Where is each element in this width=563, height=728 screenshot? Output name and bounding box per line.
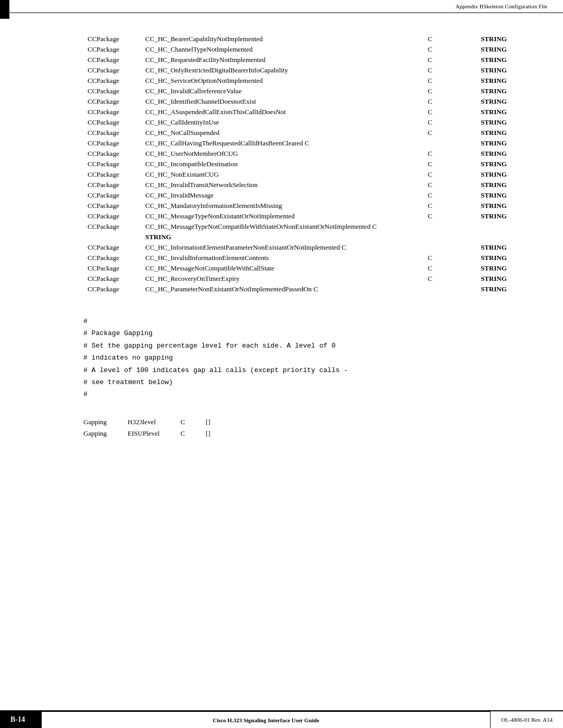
name-cell: CC_HC_MandatoryInformationElementIsMissi… — [141, 201, 419, 211]
name-cell: CC_HC_ParameterNonExistantOrNotImplement… — [141, 284, 442, 294]
gapping-table: GappingH323levelC[]GappingEISUPlevelC[] — [83, 416, 226, 439]
gapping-type-cell: [] — [206, 428, 226, 439]
type-cell: STRING — [442, 169, 511, 180]
c-cell: C — [419, 201, 442, 211]
table-row: CCPackageCC_HC_RequestedFacilityNotImple… — [83, 55, 511, 65]
name-cell: CC_HC_BearerCapabilityNotImplemented — [141, 34, 419, 44]
c-cell: C — [419, 190, 442, 201]
type-cell: STRING — [442, 107, 511, 117]
c-cell: C — [419, 274, 442, 284]
gapping-type-cell: [] — [206, 416, 226, 428]
table-row: CCPackageCC_HC_ASuspendedCallExistsThisC… — [83, 107, 511, 117]
table-row: CCPackageCC_HC_ServiceOrOptionNotImpleme… — [83, 76, 511, 86]
pkg-cell: CCPackage — [83, 274, 141, 284]
c-cell: C — [419, 263, 442, 274]
header-bar: Appendix B Skeleton Configuration File — [0, 0, 563, 13]
pkg-cell: CCPackage — [83, 96, 141, 107]
c-cell: C — [419, 180, 442, 190]
type-cell: STRING — [442, 201, 511, 211]
type-cell: STRING — [442, 211, 511, 221]
header-appendix: Appendix B — [456, 3, 483, 9]
name-cell: CC_HC_OnlyRestrictedDigitalBearerInfoCap… — [141, 65, 419, 76]
c-cell: C — [419, 76, 442, 86]
table-row: CCPackageCC_HC_CallIdentityInUseCSTRING — [83, 117, 511, 128]
table-row: CCPackageCC_HC_InvalidCallreferenceValue… — [83, 86, 511, 96]
comment-line: # A level of 100 indicates gap all calls… — [83, 364, 511, 376]
type-cell: STRING — [442, 284, 511, 294]
footer: B-14 Cisco H.323 Signaling Interface Use… — [0, 710, 563, 728]
comment-line: # see treatment below) — [83, 376, 511, 388]
pkg-cell: CCPackage — [83, 65, 141, 76]
type-cell: STRING — [442, 65, 511, 76]
name-cell: CC_HC_MessageNotCompatibleWithCallState — [141, 263, 419, 274]
c-cell: C — [419, 128, 442, 138]
pkg-cell: CCPackage — [83, 242, 141, 253]
table-row: CCPackageCC_HC_InformationElementParamet… — [83, 242, 511, 253]
name-cell: CC_HC_InvalidMessage — [141, 190, 419, 201]
name-cell: CC_HC_IdentifiedChannelDoesnotExist — [141, 96, 419, 107]
pkg-cell: CCPackage — [83, 169, 141, 180]
page: Appendix B Skeleton Configuration File C… — [0, 0, 563, 728]
data-table: CCPackageCC_HC_BearerCapabilityNotImplem… — [83, 34, 511, 294]
gapping-name-cell: EISUPlevel — [128, 428, 180, 439]
name-cell: CC_HC_IncompatibleDestination — [141, 159, 419, 169]
type-cell: STRING — [442, 34, 511, 44]
type-cell: STRING — [442, 190, 511, 201]
pkg-cell: CCPackage — [83, 180, 141, 190]
pkg-cell: CCPackage — [83, 55, 141, 65]
pkg-cell: CCPackage — [83, 107, 141, 117]
footer-title: Cisco H.323 Signaling Interface User Gui… — [213, 717, 320, 723]
type-continuation-cell: STRING — [141, 232, 511, 242]
type-cell: STRING — [442, 117, 511, 128]
name-cell: CC_HC_ServiceOrOptionNotImplemented — [141, 76, 419, 86]
type-cell: STRING — [442, 55, 511, 65]
name-cell: CC_HC_InformationElementParameterNonExis… — [141, 242, 442, 253]
pkg-cell: CCPackage — [83, 76, 141, 86]
c-cell: C — [419, 169, 442, 180]
pkg-cell: CCPackage — [83, 34, 141, 44]
name-cell: CC_HC_InvalidTransitNetworkSelection — [141, 180, 419, 190]
type-cell: STRING — [442, 263, 511, 274]
gapping-row: GappingEISUPlevelC[] — [83, 428, 226, 439]
header-section: Skeleton Configuration File — [483, 3, 547, 9]
pkg-cell: CCPackage — [83, 117, 141, 128]
name-cell: CC_HC_MessageTypeNotCompatibleWithStateO… — [141, 221, 511, 232]
pkg-cell: CCPackage — [83, 149, 141, 159]
pkg-cell: CCPackage — [83, 86, 141, 96]
type-cell: STRING — [442, 274, 511, 284]
type-cell: STRING — [442, 159, 511, 169]
name-cell: CC_HC_NoCallSuspended — [141, 128, 419, 138]
c-cell: C — [419, 55, 442, 65]
name-cell: CC_HC_MessageTypeNonExistantOrNotImpleme… — [141, 211, 419, 221]
comment-line: # — [83, 315, 511, 327]
table-row: CCPackageCC_HC_MandatoryInformationEleme… — [83, 201, 511, 211]
c-cell: C — [419, 159, 442, 169]
c-cell: C — [419, 211, 442, 221]
pkg-cell: CCPackage — [83, 138, 141, 149]
footer-title-area: Cisco H.323 Signaling Interface User Gui… — [42, 711, 490, 728]
table-row: CCPackageCC_HC_CallHavingTheRequestedCal… — [83, 138, 511, 149]
c-cell: C — [419, 34, 442, 44]
name-cell: CC_HC_NonExistantCUG — [141, 169, 419, 180]
c-cell: C — [419, 117, 442, 128]
gapping-row: GappingH323levelC[] — [83, 416, 226, 428]
type-cell: STRING — [442, 149, 511, 159]
table-row: CCPackageCC_HC_NoCallSuspendedCSTRING — [83, 128, 511, 138]
gapping-c-cell: C — [180, 416, 206, 428]
comment-line: # Set the gapping percentage level for e… — [83, 340, 511, 352]
name-cell: CC_HC_CallIdentityInUse — [141, 117, 419, 128]
pkg-cell: CCPackage — [83, 221, 141, 232]
table-row: CCPackageCC_HC_IdentifiedChannelDoesnotE… — [83, 96, 511, 107]
footer-doc-number: OL-4806-01 Rev. A14 — [490, 711, 563, 728]
gapping-pkg-cell: Gapping — [83, 428, 128, 439]
table-row: CCPackageCC_HC_MessageTypeNotCompatibleW… — [83, 221, 511, 232]
empty-cell — [83, 232, 141, 242]
gapping-name-cell: H323level — [128, 416, 180, 428]
table-row: CCPackageCC_HC_NonExistantCUGCSTRING — [83, 169, 511, 180]
comment-line: # — [83, 388, 511, 400]
table-row: CCPackageCC_HC_InvalidInformationElement… — [83, 253, 511, 263]
footer-page-number: B-14 — [0, 711, 42, 728]
type-cell: STRING — [442, 76, 511, 86]
name-cell: CC_HC_RecoveryOnTimerExpiry — [141, 274, 419, 284]
c-cell: C — [419, 86, 442, 96]
